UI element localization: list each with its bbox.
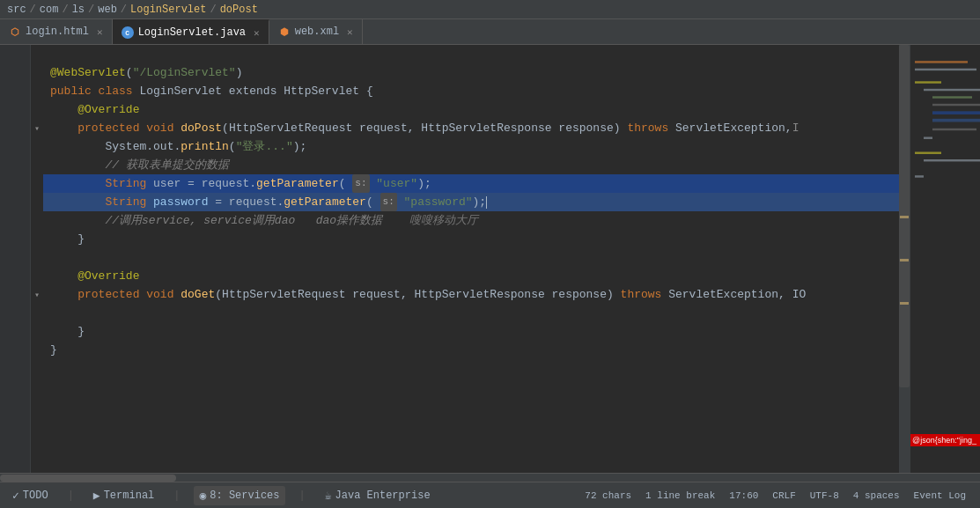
tab-login-servlet-close[interactable]: ✕ [254,27,260,39]
html-icon: ⬡ [9,26,21,38]
svg-rect-6 [932,111,980,114]
breadcrumb-ls[interactable]: ls [72,4,85,16]
svg-rect-1 [915,69,976,70]
breadcrumb-bar: src / com / ls / web / LoginServlet / do… [0,0,980,19]
tab-login-html-label: login.html [26,26,89,38]
code-line-13: @Override [43,267,899,285]
svg-rect-7 [932,119,980,122]
tool-java-enterprise-label: Java Enterprise [335,490,431,502]
code-line-17: } [43,341,899,359]
status-spaces: 4 spaces [853,490,900,501]
fold-area: ▾ ▾ [31,45,43,473]
status-encoding: UTF-8 [810,490,839,501]
fold-marker-doget[interactable]: ▾ [34,290,40,300]
tool-terminal-label: Terminal [104,490,155,502]
code-line-14: protected void doGet(HttpServletRequest … [43,285,899,304]
code-line-1 [43,45,899,63]
breadcrumb-src[interactable]: src [7,4,26,16]
editor-container: ▾ ▾ @WebServlet("/LoginServlet") public … [0,45,980,473]
status-position: 17:60 [729,490,758,501]
svg-rect-2 [915,81,941,83]
breadcrumb-com[interactable]: com [40,4,59,16]
code-line-9: String password = request.getParameter( … [43,193,899,211]
svg-rect-11 [924,159,980,161]
tool-services[interactable]: ◉ 8: Services [194,486,284,505]
status-crlf: CRLF [772,490,795,501]
line-number-gutter [0,45,31,473]
code-line-11: } [43,230,899,248]
xml-icon: ⬢ [278,26,291,38]
fold-marker-dopost[interactable]: ▾ [34,123,40,134]
status-chars: 72 chars [585,490,631,501]
breadcrumb-web[interactable]: web [98,4,117,16]
csdn-badge: @json{shen:"jing_ [910,434,980,446]
code-line-4: @Override [43,100,899,119]
svg-rect-3 [924,89,980,91]
tab-web-xml-label: web.xml [295,26,339,38]
code-editor[interactable]: @WebServlet("/LoginServlet") public clas… [43,45,899,473]
todo-icon: ✓ [12,489,19,503]
tab-bar: ⬡ login.html ✕ C LoginServlet.java ✕ ⬢ w… [0,19,980,45]
svg-rect-12 [915,175,924,177]
tool-java-enterprise[interactable]: ☕ Java Enterprise [320,486,436,505]
status-line-break: 1 line break [645,490,715,501]
svg-rect-0 [915,61,968,63]
code-line-7: // 获取表单提交的数据 [43,156,899,174]
code-line-16: } [43,322,899,341]
svg-rect-5 [932,104,980,106]
code-line-5: protected void doPost(HttpServletRequest… [43,119,899,137]
tab-login-html[interactable]: ⬡ login.html ✕ [0,19,113,44]
svg-rect-4 [932,96,972,98]
tab-login-servlet[interactable]: C LoginServlet.java ✕ [113,19,269,44]
horizontal-scrollbar[interactable] [0,473,980,482]
breadcrumb-loginservlet[interactable]: LoginServlet [130,4,206,16]
java-icon: C [122,26,134,39]
code-line-15 [43,304,899,322]
svg-rect-8 [932,129,976,130]
right-scrollbar[interactable] [899,45,910,473]
tab-web-xml-close[interactable]: ✕ [347,26,353,38]
services-icon: ◉ [199,489,206,503]
tool-todo-label: TODO [23,490,48,502]
code-line-6: System.out.println("登录..."); [43,137,899,156]
status-right: 72 chars 1 line break 17:60 CRLF UTF-8 4… [585,490,973,501]
code-line-8: String user = request.getParameter( s: "… [43,174,899,193]
breadcrumb-dopost[interactable]: doPost [220,4,258,16]
svg-rect-9 [924,136,932,138]
tool-terminal[interactable]: ▶ Terminal [88,486,159,505]
java-enterprise-icon: ☕ [325,489,332,503]
tab-login-servlet-label: LoginServlet.java [138,26,246,39]
terminal-icon: ▶ [93,489,100,503]
scrollbar-thumb[interactable] [899,45,910,387]
code-line-10: //调用service, service调用dao dao操作数据 嗖嗖移动大厅 [43,211,899,230]
code-line-3: public class LoginServlet extends HttpSe… [43,82,899,100]
tool-bar: ✓ TODO | ▶ Terminal | ◉ 8: Services | ☕ … [0,482,980,508]
event-log-label[interactable]: Event Log [914,490,966,501]
tab-web-xml[interactable]: ⬢ web.xml ✕ [269,19,363,44]
scrollbar-thumb-h[interactable] [0,475,176,482]
tool-todo[interactable]: ✓ TODO [7,486,54,505]
tool-services-label: 8: Services [210,490,279,502]
tab-login-html-close[interactable]: ✕ [97,26,103,38]
code-line-2: @WebServlet("/LoginServlet") [43,63,899,82]
minimap: @json{shen:"jing_ [910,45,980,473]
code-line-12 [43,248,899,267]
svg-rect-10 [915,152,941,154]
